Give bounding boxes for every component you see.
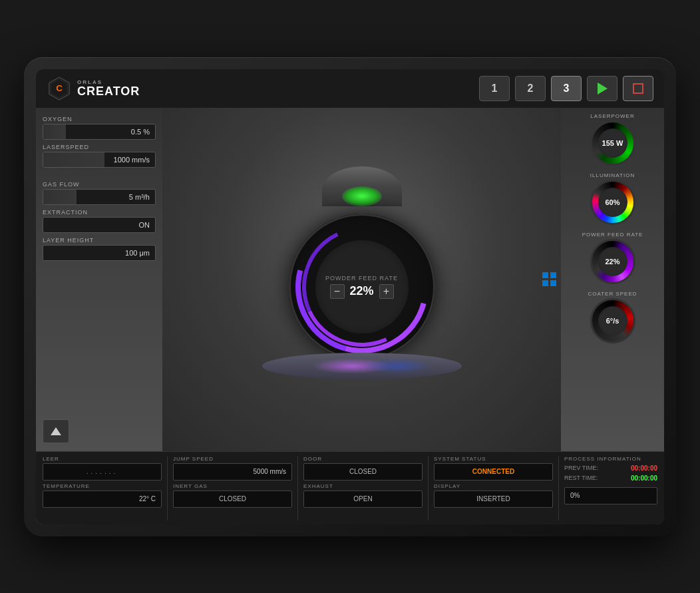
gasflow-label: GAS FLOW (43, 181, 156, 188)
systemstatus-field[interactable]: CONNECTED (434, 463, 553, 481)
tablet-screen: C ORLAS CREATOR 1 2 3 (36, 69, 664, 524)
coaterspeed-section: COATER SPEED 6°/s (568, 291, 657, 343)
systemstatus-item: SYSTEM STATUS CONNECTED (434, 456, 553, 481)
extraction-value: ON (139, 221, 150, 229)
oxygen-param: OXYGEN 0.5 % (43, 116, 156, 140)
tab-2[interactable]: 2 (515, 76, 546, 101)
app-container: C ORLAS CREATOR 1 2 3 (36, 69, 664, 524)
tab-1[interactable]: 1 (479, 76, 510, 101)
powder-disk-outer: POWDER FEED RATE − 22% + (289, 214, 435, 360)
exhaust-field[interactable]: OPEN (303, 491, 423, 508)
right-panel: LASERPOWER 155 W ILLUMINATION 60% (561, 108, 664, 451)
powder-feed-value: 22% (349, 284, 375, 298)
powerfeedrate-inner: 22% (598, 247, 627, 276)
laserpower-inner: 155 W (598, 128, 627, 158)
powder-minus-button[interactable]: − (330, 284, 345, 299)
powerfeedrate-value: 22% (605, 258, 619, 266)
play-button[interactable] (587, 76, 617, 101)
logo-creator: CREATOR (77, 85, 140, 97)
display-field[interactable]: INSERTED (434, 491, 553, 508)
illumination-value: 60% (605, 198, 619, 206)
status-bar: LEER ....... TEMPERATURE 22° C (36, 451, 664, 524)
layerheight-value: 100 μm (125, 249, 150, 257)
oxygen-field[interactable]: 0.5 % (43, 124, 156, 140)
logo-icon: C (47, 76, 72, 101)
extraction-field[interactable]: ON (43, 217, 156, 233)
stop-icon (633, 83, 643, 94)
oxygen-value: 0.5 % (131, 128, 150, 136)
powder-feed-label: POWDER FEED RATE (325, 275, 398, 282)
percent-value: 0% (570, 492, 580, 499)
illumination-label: ILLUMINATION (590, 172, 635, 178)
leer-field[interactable]: ....... (43, 463, 162, 481)
machine-visual: POWDER FEED RATE − 22% + (236, 166, 488, 393)
systemstatus-value: CONNECTED (472, 468, 514, 475)
stop-button[interactable] (623, 76, 653, 101)
status-group-3: DOOR CLOSED EXHAUST OPEN (303, 456, 423, 520)
status-group-1: LEER ....... TEMPERATURE 22° C (43, 456, 162, 520)
exhaust-item: EXHAUST OPEN (303, 483, 423, 508)
inertgas-field[interactable]: CLOSED (173, 491, 292, 508)
prevtime-value: 00:00:00 (631, 465, 657, 472)
laserspeed-label: LASERSPEED (43, 144, 156, 150)
center-machine-area: POWDER FEED RATE − 22% + (162, 108, 561, 451)
jumpspeed-label: JUMP SPEED (173, 456, 292, 462)
process-info: PROCESS INFORMATION PREV TIME: 00:00:00 … (564, 456, 657, 520)
door-field[interactable]: CLOSED (303, 463, 423, 481)
main-content: OXYGEN 0.5 % LASERSPEED 1000 mm/s (36, 108, 664, 451)
illumination-knob[interactable]: 60% (590, 180, 635, 225)
gasflow-field[interactable]: 5 m³/h (43, 189, 156, 205)
gasflow-value: 5 m³/h (129, 193, 150, 201)
up-button[interactable] (43, 419, 69, 443)
jumpspeed-value: 5000 mm/s (254, 468, 286, 475)
jumpspeed-field[interactable]: 5000 mm/s (173, 463, 292, 481)
powerfeedrate-section: POWER FEED RATE 22% (568, 232, 657, 284)
leer-item: LEER ....... (43, 456, 162, 481)
laserspeed-field[interactable]: 1000 mm/s (43, 152, 156, 168)
laser-glow-icon (342, 186, 382, 206)
exhaust-value: OPEN (353, 495, 372, 502)
display-value: INSERTED (476, 495, 510, 502)
percent-field[interactable]: 0% (564, 487, 657, 504)
laserspeed-param: LASERSPEED 1000 mm/s (43, 144, 156, 168)
prevtime-label: PREV TIME: (564, 465, 598, 471)
svg-text:C: C (56, 83, 63, 93)
laserspeed-value: 1000 mm/s (114, 156, 150, 164)
temperature-label: TEMPERATURE (43, 483, 162, 489)
door-item: DOOR CLOSED (303, 456, 423, 481)
powder-feed-disk: POWDER FEED RATE − 22% + (289, 214, 435, 360)
header: C ORLAS CREATOR 1 2 3 (36, 69, 664, 108)
temperature-field[interactable]: 22° C (43, 491, 162, 508)
powerfeedrate-knob[interactable]: 22% (590, 239, 635, 284)
left-panel: OXYGEN 0.5 % LASERSPEED 1000 mm/s (36, 108, 162, 451)
windows-logo (542, 272, 557, 287)
up-chevron-icon (51, 427, 61, 435)
tab-3[interactable]: 3 (551, 76, 582, 101)
coaterspeed-knob[interactable]: 6°/s (590, 298, 635, 343)
win-quad-1 (542, 272, 548, 278)
gasflow-param: GAS FLOW 5 m³/h (43, 181, 156, 205)
laserpower-knob[interactable]: 155 W (590, 120, 635, 166)
inertgas-label: INERT GAS (173, 483, 292, 489)
temperature-value: 22° C (139, 495, 156, 502)
powerfeedrate-label: POWER FEED RATE (582, 232, 643, 238)
coaterspeed-inner: 6°/s (598, 306, 627, 335)
build-plate-surface (262, 353, 462, 379)
resttime-label: REST TIME: (564, 475, 598, 481)
powder-plus-button[interactable]: + (379, 284, 394, 299)
layerheight-field[interactable]: 100 μm (43, 245, 156, 261)
coaterspeed-value: 6°/s (606, 317, 619, 325)
powder-controls: − 22% + (330, 284, 394, 299)
display-label: DISPLAY (434, 483, 553, 489)
build-plate (262, 353, 462, 379)
laser-head (322, 166, 402, 206)
extraction-param: EXTRACTION ON (43, 209, 156, 233)
nav-tabs: 1 2 3 (479, 76, 653, 101)
blue-glow (362, 358, 432, 374)
inertgas-item: INERT GAS CLOSED (173, 483, 292, 508)
win-quad-2 (550, 272, 556, 278)
laserpower-section: LASERPOWER 155 W (568, 113, 657, 166)
play-icon (598, 83, 608, 95)
logo-text: ORLAS CREATOR (77, 80, 140, 97)
laserpower-value: 155 W (602, 139, 623, 147)
